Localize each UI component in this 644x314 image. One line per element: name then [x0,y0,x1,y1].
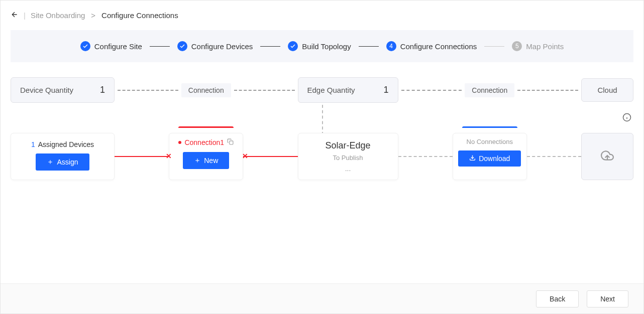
dashed-connector [401,90,462,91]
connection1-title: Connection1 [178,138,234,147]
footer-bar: Back Next [1,283,643,313]
step-connector [484,46,504,47]
breadcrumb-separator: > [91,11,95,20]
new-button[interactable]: ＋ New [183,152,229,169]
step-configure-devices[interactable]: Configure Devices [177,41,253,51]
no-connections-label: No Connections [467,138,513,145]
stepper-bar: Configure Site Configure Devices Build T… [11,30,633,62]
download-button[interactable]: Download [458,150,521,167]
more-icon[interactable]: ... [345,165,351,173]
edge-quantity-box: Edge Quantity 1 [298,77,398,103]
check-icon [288,41,298,51]
connection-pill: Connection [181,83,231,97]
step-map-points[interactable]: 5 Map Points [512,41,564,51]
new-button-label: New [204,156,218,165]
dashed-connector [118,90,178,91]
plus-icon: ＋ [47,158,54,167]
assign-button-label: Assign [57,158,78,166]
assigned-label: Assigned Devices [38,140,94,148]
plus-icon: ＋ [194,156,201,165]
next-button[interactable]: Next [587,290,628,307]
check-icon [177,41,187,51]
breadcrumb: | Site Onboarding > Configure Connection… [1,1,643,30]
assigned-devices-card: 1 Assigned Devices ＋ Assign [11,133,115,180]
flow-row: 1 Assigned Devices ＋ Assign ✕ Connection… [1,118,643,180]
dashed-connector [527,133,581,180]
breadcrumb-current: Configure Connections [101,11,178,20]
device-quantity-value: 1 [100,85,105,95]
edge-name: Solar-Edge [325,140,370,151]
step-configure-connections[interactable]: 4 Configure Connections [386,41,477,51]
back-button[interactable]: Back [536,290,579,307]
check-icon [80,41,90,51]
back-arrow-icon[interactable] [11,11,19,20]
step-build-topology[interactable]: Build Topology [288,41,351,51]
svg-rect-3 [230,141,233,144]
edge-card: Solar-Edge To Publish ... [298,133,398,180]
dashed-connector [234,90,295,91]
cloud-label: Cloud [597,86,617,94]
breadcrumb-divider: | [24,11,26,20]
edge-quantity-value: 1 [384,85,389,95]
card-accent [178,126,234,128]
error-x-icon: ✕ [166,152,172,160]
device-quantity-label: Device Quantity [20,86,73,94]
step-connector [150,46,170,47]
step-connector [359,46,379,47]
assign-button[interactable]: ＋ Assign [36,153,89,171]
step-label: Configure Site [94,42,142,51]
edge-status: To Publish [333,154,363,162]
device-quantity-box: Device Quantity 1 [11,77,115,103]
step-label: Configure Devices [191,42,253,51]
edge-quantity-label: Edge Quantity [307,86,355,94]
summary-row: Device Quantity 1 Connection Edge Quanti… [1,62,643,103]
step-label: Map Points [526,42,564,51]
step-number-badge: 5 [512,41,522,51]
step-label: Configure Connections [400,42,477,51]
download-icon [469,154,476,163]
dashed-connector [517,90,578,91]
error-connector: ✕ [243,133,297,180]
connection1-label: Connection1 [184,138,224,146]
step-configure-site[interactable]: Configure Site [80,41,142,51]
connection-pill: Connection [465,83,514,97]
cloud-icon-box [581,133,633,180]
error-connector: ✕ [115,133,169,180]
no-connections-card: No Connections Download [453,133,527,180]
assigned-count: 1 [31,140,35,148]
connection1-card: Connection1 ＋ New [169,133,243,180]
cloud-upload-icon [601,149,614,164]
step-number-badge: 4 [386,41,396,51]
card-accent [462,126,517,128]
copy-icon[interactable] [227,138,234,147]
step-label: Build Topology [302,42,351,51]
assigned-devices-title: 1 Assigned Devices [31,140,94,148]
error-x-icon: ✕ [242,152,248,160]
dashed-connector [398,133,453,180]
step-connector [260,46,280,47]
download-button-label: Download [479,154,510,163]
status-dot-icon [178,141,181,144]
breadcrumb-parent[interactable]: Site Onboarding [31,11,85,20]
cloud-box: Cloud [581,78,633,102]
